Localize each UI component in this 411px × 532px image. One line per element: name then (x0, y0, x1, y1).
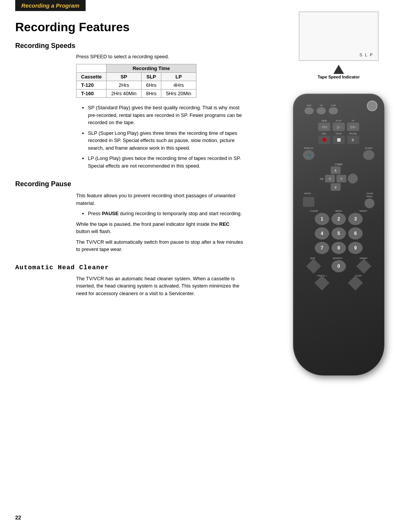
clear-label: CLEAR (310, 210, 318, 212)
keyword-rec: REC (219, 221, 229, 227)
speeds-bullets: SP (Standard Play) gives the best qualit… (82, 104, 244, 169)
fadv-button[interactable] (348, 275, 363, 291)
num9-button[interactable]: 9 (348, 242, 363, 254)
row2-cassette: T-160 (76, 89, 107, 98)
row2-sp: 2Hrs 40Min (107, 89, 141, 98)
num6-button[interactable]: 6 (348, 227, 363, 240)
num8-button[interactable]: 8 (331, 242, 346, 254)
num2-button[interactable]: 2 (331, 213, 346, 225)
header-text: Recording a Program (21, 2, 80, 9)
off-button[interactable] (304, 107, 314, 114)
col-cassette: Cassette (76, 73, 107, 81)
pause-button[interactable]: ⏸ (347, 136, 359, 144)
pause-label: PAUSE (349, 133, 357, 135)
header-bar: Recording a Program (15, 0, 86, 11)
vol-label: Vol (320, 177, 323, 180)
rec-label: REC (322, 133, 327, 135)
numpad: 1 2 3 4 5 6 7 8 9 (299, 213, 378, 254)
prev-button[interactable] (365, 198, 374, 208)
num7-button[interactable]: 7 (315, 242, 329, 254)
mute-top-label: MUTE (304, 192, 311, 195)
search-label: SEARCH (333, 257, 342, 259)
section-pause: Recording Pause This feature allows you … (15, 180, 244, 253)
pause-bullets: Press PAUSE during recording to temporar… (82, 210, 244, 217)
chan-down-button[interactable]: ∨ (331, 183, 341, 191)
speed-button[interactable] (356, 259, 371, 274)
vcr-button[interactable] (329, 107, 338, 114)
power-button[interactable] (367, 101, 378, 111)
col-slp: SLP (141, 73, 161, 81)
tv-label: TV (320, 104, 323, 107)
row2-slp: 8Hrs (141, 89, 161, 98)
arrow-up-icon (333, 65, 344, 74)
col-sp: SP (107, 73, 141, 81)
recording-table: Recording Time Cassette SP SLP LP T-120 … (76, 64, 196, 98)
section-speeds: Recording Speeds Press SPEED to select a… (15, 42, 244, 169)
sleep-label: SLEEP (365, 147, 372, 149)
table-row: T-120 2Hrs 6Hrs 4Hrs (76, 81, 196, 89)
chan-bottom-label: CHAN (366, 192, 373, 195)
row1-slp: 6Hrs (141, 81, 161, 89)
vol-down-button[interactable]: < (325, 175, 335, 182)
chan-top-label: CHAN (299, 163, 378, 166)
tape-speed-label: Tape Speed Indicator (318, 75, 360, 79)
reset-label: RESET (360, 210, 367, 212)
off-label: OFF (307, 104, 311, 107)
pause-intro: This feature allows you to prevent recor… (76, 192, 244, 207)
num4-button[interactable]: 4 (315, 227, 329, 240)
num3-button[interactable]: 3 (348, 213, 363, 225)
vcr-label: VCR (331, 104, 336, 107)
chan-up-button[interactable]: ∧ (331, 166, 341, 174)
keyword-pause: PAUSE (102, 211, 119, 216)
prev-label: PREV (366, 195, 373, 198)
pause-title: Recording Pause (15, 180, 244, 188)
menu-label: MENU (335, 210, 342, 212)
display-label: DISPLAY (304, 147, 314, 149)
row1-cassette: T-120 (76, 81, 107, 89)
pause-para1: While the tape is paused, the front pane… (76, 220, 244, 235)
sleep-button[interactable] (363, 150, 374, 160)
row1-lp: 4Hrs (161, 81, 196, 89)
remote-inner: OFF TV VCR REW (293, 94, 384, 375)
rew-button[interactable]: ◁◁ (318, 123, 330, 131)
play-button[interactable]: ▷ (333, 123, 345, 131)
rew-label: REW (322, 120, 327, 122)
vol-up-button[interactable]: > (336, 175, 346, 182)
pause-bullet: Press PAUSE during recording to temporar… (88, 210, 244, 217)
slp-label: S L P (360, 53, 374, 57)
num0-button[interactable]: 0 (331, 260, 346, 272)
power-circle-button[interactable] (348, 174, 358, 184)
num1-button[interactable]: 1 (315, 213, 329, 225)
ff-label: FF (352, 120, 354, 122)
right-panel: S L P Tape Speed Indicator OFF TV (266, 0, 411, 532)
display-button[interactable]: 📺 (303, 150, 314, 160)
head-cleaner-title: Automatic Head Cleaner (15, 264, 244, 271)
track-button[interactable] (314, 275, 330, 291)
bullet-sp: SP (Standard Play) gives the best qualit… (88, 104, 244, 126)
num5-button[interactable]: 5 (331, 227, 346, 240)
mute-button[interactable] (303, 197, 314, 207)
stop-button[interactable] (333, 136, 345, 144)
stop-label: STOP (336, 133, 342, 135)
bullet-slp: SLP (Super Long Play) gives three times … (88, 129, 244, 152)
page-title: Recording Features (15, 20, 244, 34)
bullet-lp: LP (Long Play) gives twice the recording… (88, 155, 244, 169)
ff-button[interactable]: ▷▷ (347, 123, 359, 131)
speeds-title: Recording Speeds (15, 42, 244, 50)
recording-table-wrap: Recording Time Cassette SP SLP LP T-120 … (76, 64, 244, 98)
tv-button[interactable] (317, 107, 326, 114)
pause-para2: The TV/VCR will automatically switch fro… (76, 238, 244, 253)
arrow-indicator-wrap: Tape Speed Indicator (318, 65, 360, 88)
rec-time-header: Recording Time (107, 64, 196, 73)
row1-sp: 2Hrs (107, 81, 141, 89)
rec-button[interactable] (318, 136, 330, 144)
remote-body: OFF TV VCR REW (293, 94, 384, 375)
section-head-cleaner: Automatic Head Cleaner The TV/VCR has an… (15, 264, 244, 297)
play-label: PLAY (336, 120, 342, 122)
col-lp: LP (161, 73, 196, 81)
row2-lp: 5Hrs 20Min (161, 89, 196, 98)
speeds-intro: Press SPEED to select a recording speed. (76, 54, 244, 59)
skip-button[interactable] (306, 259, 322, 274)
vcr-display-box: S L P (299, 11, 379, 61)
page-content: Recording Features Recording Speeds Pres… (0, 11, 259, 323)
